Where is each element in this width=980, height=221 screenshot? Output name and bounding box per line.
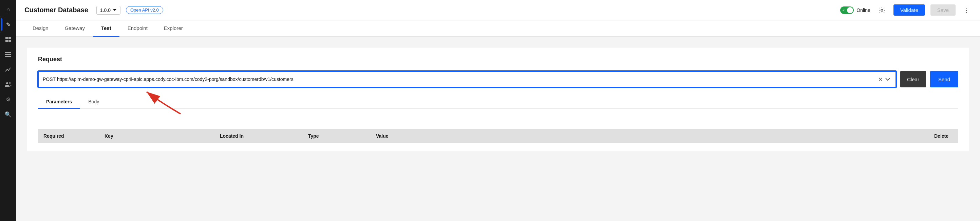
main-content: Customer Database 1.0.0 Open API v2.0 ✓ … (16, 0, 980, 221)
search-icon[interactable]: 🔍 (2, 107, 15, 121)
send-button[interactable]: Send (930, 71, 958, 87)
svg-rect-6 (5, 56, 11, 57)
sidebar: ⌂ ✎ ⚙ 🔍 (0, 0, 16, 221)
settings-icon-btn[interactable] (876, 4, 888, 16)
settings-icon[interactable]: ⚙ (2, 93, 15, 106)
chart-icon[interactable] (2, 62, 15, 76)
toggle-knob (847, 7, 853, 13)
more-options-button[interactable]: ⋮ (961, 5, 972, 16)
svg-rect-5 (5, 54, 11, 55)
th-located-in: Located In (215, 133, 303, 139)
chevron-down-icon (113, 9, 117, 11)
th-required: Required (38, 133, 99, 139)
url-clear-icon[interactable]: ✕ (877, 75, 884, 84)
th-key: Key (99, 133, 215, 139)
page-title: Customer Database (24, 6, 88, 14)
url-input-wrapper[interactable]: POST https://apim-demo-gw-gateway-cp4i-a… (38, 71, 896, 87)
online-toggle[interactable]: ✓ Online (840, 6, 870, 14)
tab-gateway[interactable]: Gateway (57, 21, 93, 37)
toggle-switch[interactable]: ✓ (840, 6, 854, 14)
tab-test[interactable]: Test (93, 21, 119, 37)
svg-point-8 (9, 82, 11, 84)
svg-point-9 (881, 9, 883, 11)
svg-rect-3 (8, 40, 11, 42)
url-input[interactable]: POST https://apim-demo-gw-gateway-cp4i-a… (43, 77, 877, 82)
sub-tab-parameters[interactable]: Parameters (38, 96, 80, 109)
table-icon[interactable] (2, 48, 15, 61)
th-type: Type (303, 133, 371, 139)
svg-rect-1 (8, 37, 11, 39)
url-chevron-icon[interactable] (884, 75, 891, 84)
th-value: Value (371, 133, 924, 139)
edit-icon[interactable]: ✎ (2, 18, 15, 31)
tab-explorer[interactable]: Explorer (156, 21, 191, 37)
home-icon[interactable]: ⌂ (2, 3, 15, 16)
svg-point-7 (6, 82, 8, 84)
nav-tabs: Design Gateway Test Endpoint Explorer (16, 21, 980, 37)
request-title: Request (38, 56, 958, 63)
sub-tabs: Parameters Body (38, 96, 958, 109)
sub-tab-body[interactable]: Body (80, 96, 107, 109)
save-button[interactable]: Save (931, 5, 956, 16)
online-label: Online (856, 8, 870, 13)
url-row: POST https://apim-demo-gw-gateway-cp4i-a… (38, 71, 958, 87)
tab-design[interactable]: Design (24, 21, 57, 37)
open-api-badge[interactable]: Open API v2.0 (126, 6, 163, 14)
svg-rect-4 (5, 52, 11, 53)
th-delete: Delete (924, 133, 958, 139)
validate-button[interactable]: Validate (894, 5, 925, 16)
version-selector[interactable]: 1.0.0 (96, 6, 121, 14)
svg-rect-0 (5, 37, 8, 39)
svg-rect-2 (5, 40, 8, 42)
request-section: Request POST https://apim-demo-gw-gatewa… (27, 48, 969, 151)
table-header: Required Key Located In Type Value Delet… (38, 129, 958, 143)
tab-endpoint[interactable]: Endpoint (119, 21, 156, 37)
toggle-check-icon: ✓ (842, 8, 845, 12)
users-icon[interactable] (2, 77, 15, 91)
clear-button[interactable]: Clear (900, 71, 926, 87)
header: Customer Database 1.0.0 Open API v2.0 ✓ … (16, 0, 980, 21)
grid-icon[interactable] (2, 33, 15, 46)
content-area: Request POST https://apim-demo-gw-gatewa… (16, 37, 980, 221)
